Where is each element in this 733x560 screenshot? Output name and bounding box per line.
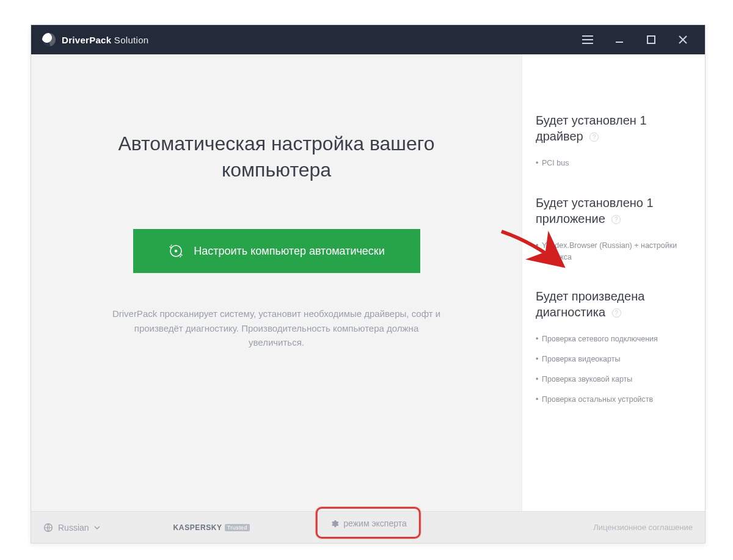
content-area: Автоматическая настройка вашего компьюте… [31, 54, 705, 511]
minimize-button[interactable] [604, 25, 635, 54]
kaspersky-badge: KASPERSKY Trusted [173, 523, 250, 532]
menu-button[interactable] [572, 25, 604, 54]
trusted-badge: Trusted [225, 524, 250, 531]
svg-rect-0 [647, 36, 655, 43]
sidebar-group-apps: Будет установлено 1 приложение ? Yandex.… [536, 195, 691, 263]
logo-icon [42, 33, 56, 46]
help-icon[interactable]: ? [612, 308, 621, 318]
description-text: DriverPack просканирует систему, установ… [112, 307, 442, 349]
app-logo: DriverPack Solution [42, 33, 148, 46]
maximize-icon [647, 35, 655, 44]
language-selector[interactable]: Russian [43, 523, 100, 533]
brand-strong: DriverPack [62, 35, 111, 45]
main-panel: Автоматическая настройка вашего компьюте… [31, 54, 522, 511]
help-icon[interactable]: ? [589, 133, 599, 142]
window-controls [572, 25, 699, 54]
list-item: Проверка видеокарты [536, 354, 691, 365]
sidebar-list: PCI bus [536, 158, 691, 169]
sidebar: Будет установлен 1 драйвер ? PCI bus Буд… [522, 54, 705, 511]
footer: Russian KASPERSKY Trusted режим эксперта… [31, 511, 705, 543]
app-window: DriverPack Solution Автоматическая настр… [31, 24, 706, 544]
brand-light: Solution [111, 35, 148, 45]
titlebar: DriverPack Solution [31, 25, 705, 54]
sidebar-list: Проверка сетевого подключения Проверка в… [536, 333, 691, 405]
sparkle-disc-icon [168, 243, 184, 259]
list-item: PCI bus [536, 158, 691, 169]
hamburger-icon [582, 35, 593, 44]
expert-mode-label: режим эксперта [343, 518, 406, 528]
maximize-button[interactable] [635, 25, 667, 54]
sidebar-group-drivers: Будет установлен 1 драйвер ? PCI bus [536, 112, 691, 169]
gear-icon [329, 519, 338, 528]
list-item: Проверка сетевого подключения [536, 333, 691, 345]
sidebar-group-diagnostics: Будет произведена диагностика ? Проверка… [536, 288, 691, 405]
list-item: Проверка остальных устройств [536, 394, 691, 405]
minimize-icon [614, 35, 624, 45]
expert-mode-button[interactable]: режим эксперта [321, 515, 415, 532]
language-label: Russian [58, 523, 89, 533]
sidebar-title: Будет установлено 1 приложение [536, 196, 654, 225]
sidebar-title: Будет произведена диагностика [536, 289, 644, 319]
cta-label: Настроить компьютер автоматически [194, 245, 385, 258]
kaspersky-label: KASPERSKY [173, 523, 222, 532]
list-item: Yandex.Browser (Russian) + настройки Янд… [536, 240, 691, 263]
close-icon [679, 35, 687, 44]
page-headline: Автоматическая настройка вашего компьюте… [106, 131, 448, 183]
help-icon[interactable]: ? [611, 215, 621, 224]
brand-text: DriverPack Solution [62, 35, 148, 45]
chevron-down-icon [94, 526, 100, 529]
expert-mode-highlight: режим эксперта [315, 507, 420, 539]
sidebar-list: Yandex.Browser (Russian) + настройки Янд… [536, 240, 691, 263]
close-button[interactable] [667, 25, 699, 54]
auto-configure-button[interactable]: Настроить компьютер автоматически [133, 229, 420, 273]
list-item: Проверка звуковой карты [536, 374, 691, 385]
svg-point-2 [175, 250, 178, 253]
globe-icon [43, 523, 53, 533]
license-link[interactable]: Лицензионное соглашение [593, 523, 693, 532]
